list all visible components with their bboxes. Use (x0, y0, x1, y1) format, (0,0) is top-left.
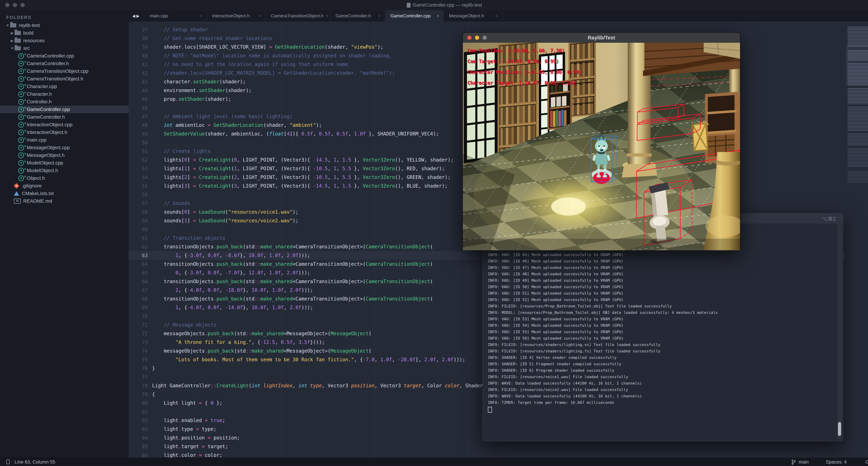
code-line-86[interactable]: 86 light.color = color; (129, 451, 846, 458)
file-tree: ▼raylib-test▶build▶resources▼src+CameraC… (0, 22, 129, 205)
line-number: 57 (129, 201, 148, 206)
cpp-file-icon: + (18, 68, 24, 74)
code-text: } (148, 364, 155, 373)
tree-item-label: Controller.h (27, 99, 52, 105)
tab-close-icon[interactable]: × (437, 13, 439, 19)
tree-item-gamecontroller-h[interactable]: +GameController.h (0, 113, 129, 121)
game-close-button[interactable] (467, 36, 471, 40)
chevron-down-icon[interactable]: ▼ (5, 24, 10, 27)
console-log-line: INFO: VAO: [ID 54] Mesh uploaded success… (488, 322, 718, 329)
tree-item-cmakelists-txt[interactable]: CMakeLists.txt (0, 190, 129, 197)
line-number: 44 (129, 88, 148, 93)
line-number: 54 (129, 175, 148, 180)
tab-cameratransitionobject-h[interactable]: CameraTransitionObject.h× (266, 10, 330, 22)
tab-interactiveobject-h[interactable]: InteractiveObject.h× (207, 10, 266, 22)
tab-close-icon[interactable]: × (258, 13, 261, 19)
tree-item-interactiveobject-cpp[interactable]: +InteractiveObject.cpp (0, 121, 129, 128)
line-number: 71 (129, 322, 148, 328)
tab-gamecontroller-cpp[interactable]: GameController.cpp× (385, 10, 444, 22)
tree-item-main-cpp[interactable]: +main.cpp (0, 136, 129, 144)
cpp-file-icon: + (18, 122, 24, 128)
tab-close-icon[interactable]: × (326, 13, 328, 19)
minimap[interactable] (846, 22, 868, 458)
tree-item-label: src (23, 46, 30, 51)
sidebar: FOLDERS ▼raylib-test▶build▶resources▼src… (0, 10, 129, 458)
tree-item-modelobject-h[interactable]: +ModelObject.h (0, 167, 129, 174)
tab-close-icon[interactable]: × (378, 13, 380, 19)
line-number: 81 (129, 409, 148, 415)
console-scrollbar[interactable] (837, 224, 842, 439)
code-text: Light light = { 0 }; (148, 399, 222, 407)
tab-label: MessageObject.h (449, 13, 484, 19)
tab-messageobject-h[interactable]: MessageObject.h× (444, 10, 503, 22)
tree-item-label: CMakeLists.txt (22, 191, 54, 196)
console-scrollbar-thumb[interactable] (838, 422, 841, 436)
tree-item-controller-h[interactable]: +Controller.h (0, 98, 129, 106)
line-number: 67 (129, 287, 148, 293)
tree-item-label: CameraTransitionObject.h (27, 76, 83, 82)
code-text: transitionObjects.push_back(std::make_sh… (148, 277, 433, 286)
tree-item-readme-md[interactable]: MREADME.md (0, 197, 129, 205)
tree-item-cameratransitionobject-h[interactable]: +CameraTransitionObject.h (0, 75, 129, 83)
tree-item-object-h[interactable]: +Object.h (0, 174, 129, 182)
git-branch-label[interactable]: main (799, 459, 809, 465)
nav-forward-icon[interactable]: ▶ (136, 13, 140, 19)
tree-item-character-h[interactable]: +Character.h (0, 90, 129, 98)
folder-icon (10, 23, 16, 27)
code-text: shader.locs[SHADER_LOC_VECTOR_VIEW] = Ge… (148, 43, 383, 51)
tree-item-messageobject-cpp[interactable]: +MessageObject.cpp (0, 144, 129, 151)
minimap-viewport[interactable] (846, 45, 868, 85)
tree-item-messageobject-h[interactable]: +MessageObject.h (0, 151, 129, 159)
tree-item-character-cpp[interactable]: +Character.cpp (0, 83, 129, 90)
tree-item-resources[interactable]: ▶resources (0, 37, 129, 45)
tree-item-build[interactable]: ▶build (0, 29, 129, 37)
tab-label: GameController.cpp (391, 13, 431, 19)
line-number: 46 (129, 105, 148, 111)
tree-item-src[interactable]: ▼src (0, 45, 129, 52)
nav-back-icon[interactable]: ◀ (132, 13, 135, 19)
tree-item-cameratransitionobject-cpp[interactable]: +CameraTransitionObject.cpp (0, 67, 129, 75)
line-number: 70 (129, 314, 148, 319)
cpp-file-icon: + (18, 168, 24, 174)
tab-nav-arrows[interactable]: ◀ ▶ (129, 10, 145, 22)
tab-close-icon[interactable]: × (495, 13, 498, 19)
tree-item-label: GameController.cpp (27, 107, 70, 112)
tree-item-interactiveobject-h[interactable]: +InteractiveObject.h (0, 128, 129, 136)
window-title: GameController.cpp — raylib-test (413, 2, 482, 8)
code-line-85[interactable]: 85 light.target = target; (129, 442, 846, 451)
chevron-right-icon[interactable]: ▶ (10, 38, 14, 43)
tree-item-label: Character.cpp (27, 84, 57, 89)
code-text: light.target = target; (148, 442, 228, 451)
code-text: 1, {-4.0f, 0.0f, -14.0f}, 10.0f, 1.0f, 2… (148, 303, 313, 312)
tree-item-cameracontroller-cpp[interactable]: +CameraController.cpp (0, 52, 129, 60)
tree-item--gitignore[interactable]: .gitignore (0, 182, 129, 190)
cpp-file-icon: + (18, 84, 24, 89)
indentation-setting[interactable]: Spaces: 4 (826, 459, 847, 465)
game-titlebar[interactable]: Raylib/Test (463, 33, 740, 43)
tree-item-raylib-test[interactable]: ▼raylib-test (0, 22, 129, 29)
language-mode[interactable]: C++ (865, 459, 868, 465)
line-number: 40 (129, 53, 148, 59)
chevron-right-icon[interactable]: ▶ (10, 31, 14, 35)
tree-item-gamecontroller-cpp[interactable]: +GameController.cpp (0, 106, 129, 113)
tree-item-label: InteractiveObject.cpp (27, 122, 72, 127)
game-window-title: Raylib/Test (588, 35, 615, 41)
code-text: light.type = type; (148, 425, 216, 434)
console-log-line: INFO: WAVE: Data loaded successfully (44… (488, 380, 718, 386)
tab-main-cpp[interactable]: main.cpp× (145, 10, 207, 22)
game-viewport[interactable]: Cam Position: (-16.00, 6.00, 7.30)Cam Ta… (463, 43, 740, 250)
line-number: 61 (129, 235, 148, 241)
game-window-controls (467, 36, 487, 40)
line-number: 79 (129, 392, 148, 398)
line-number: 51 (129, 148, 148, 154)
line-number: 74 (129, 348, 148, 354)
chevron-down-icon[interactable]: ▼ (10, 47, 14, 50)
tree-item-cameracontroller-h[interactable]: +CameraController.h (0, 60, 129, 67)
console-log-line: INFO: FILEIO: [resources/voice2.wav] Fil… (488, 386, 718, 393)
tab-close-icon[interactable]: × (199, 13, 202, 19)
game-zoom-button[interactable] (483, 36, 487, 40)
console-log-line: INFO: VAO: [ID 53] Mesh uploaded success… (488, 316, 718, 322)
tree-item-modelobject-cpp[interactable]: +ModelObject.cpp (0, 159, 129, 167)
tab-gamecontroller-h[interactable]: GameController.h× (330, 10, 385, 22)
game-minimize-button[interactable] (475, 36, 479, 40)
